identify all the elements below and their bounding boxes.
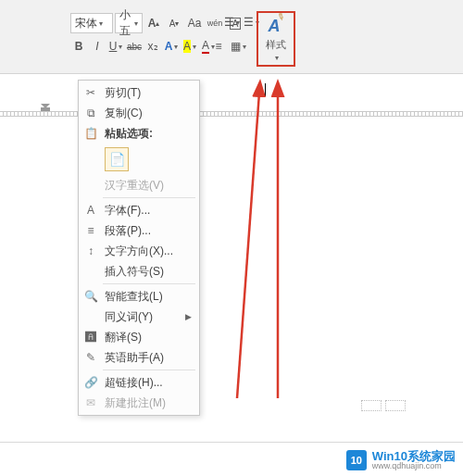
underline-button[interactable]: U▾ [107,37,124,56]
watermark-logo-text: 10 [351,455,362,466]
numbering-icon: ☰ [244,16,254,29]
menu-cut-label: 剪切(T) [105,85,192,101]
assistant-icon: ✎ [82,351,99,364]
watermark: 10 Win10系统家园 www.qdhuajin.com [346,450,456,470]
menu-insert-symbol[interactable]: 插入符号(S) [79,261,199,282]
font-group-row1: 宋体▾ 小五▾ A▴ A▾ Aa wén A [70,13,244,33]
context-menu: ✂ 剪切(T) ⧉ 复制(C) 📋 粘贴选项: 📄 汉字重选(V) A 字体(F… [78,80,200,416]
menu-separator [103,283,195,284]
ruby-button[interactable]: wén [206,14,224,32]
styles-label: 样式 [266,38,286,52]
chevron-down-icon: ▾ [174,43,178,51]
search-icon: 🔍 [82,290,99,303]
bullets-button[interactable]: ☰▾ [222,13,241,31]
menu-paste-options: 📋 粘贴选项: [79,123,199,144]
highlight-icon: A [183,40,191,53]
menu-new-comment: ✉ 新建批注(M) [79,393,199,413]
text-cursor [265,83,266,96]
page-bottom-edge [0,442,463,443]
link-icon: 🔗 [82,376,99,389]
clipboard-icon: 📄 [109,152,125,167]
menu-direction-label: 文字方向(X)... [105,244,192,259]
paste-icon: 📋 [82,127,99,140]
chevron-down-icon: ▾ [99,19,103,28]
menu-synonyms-label: 同义词(Y) [105,309,180,325]
font-group-row2: B I U▾ abc x₂ A▾ A▾ A▾ [70,37,217,56]
chevron-down-icon: ▾ [134,19,138,28]
bullets-icon: ☰ [224,16,234,29]
sub-sup-button[interactable]: x₂ [144,37,161,56]
grow-font-icon: A [148,17,156,30]
copy-icon: ⧉ [82,106,99,119]
menu-ime-label: 汉字重选(V) [105,178,192,194]
menu-translate[interactable]: 🅰 翻译(S) [79,327,199,347]
shading-button[interactable]: ▦▾ [229,37,247,56]
menu-hyperlink-label: 超链接(H)... [105,375,192,391]
text-effects-button[interactable]: A▾ [163,37,180,56]
font-name-value: 宋体 [75,16,97,31]
ruby-icon: wén [207,19,223,28]
font-size-select[interactable]: 小五▾ [115,13,143,33]
paragraph-row1: ☰▾ ☰▾ [222,13,260,31]
menu-smart-lookup-label: 智能查找(L) [105,289,192,305]
text-effects-icon: A [165,40,173,53]
menu-paragraph[interactable]: ≡ 段落(P)... [79,220,199,241]
menu-symbol-label: 插入符号(S) [105,264,192,280]
italic-icon: I [95,40,98,53]
shading-icon: ▦ [231,40,241,53]
underline-icon: U [109,40,118,53]
menu-text-direction[interactable]: ↕ 文字方向(X)... [79,241,199,261]
grow-font-button[interactable]: A▴ [144,14,163,32]
svg-line-0 [237,93,259,398]
menu-separator [103,197,195,198]
paragraph-row2: ≡ ▦▾ [209,37,247,56]
menu-comment-label: 新建批注(M) [105,395,192,411]
paste-options-row: 📄 [79,144,199,175]
font-size-value: 小五 [119,7,132,39]
highlight-button[interactable]: A▾ [181,37,198,56]
menu-paragraph-label: 段落(P)... [105,223,192,239]
bold-button[interactable]: B [70,37,87,56]
font-name-select[interactable]: 宋体▾ [70,13,113,33]
menu-translate-label: 翻译(S) [105,330,192,345]
menu-english-assistant[interactable]: ✎ 英语助手(A) [79,347,199,368]
paragraph-icon: ≡ [82,224,99,237]
direction-icon: ↕ [82,244,99,257]
change-case-icon: Aa [188,17,202,30]
menu-synonyms[interactable]: 同义词(Y) ▶ [79,307,199,327]
strike-button[interactable]: abc [126,37,143,56]
subscript-icon: x₂ [148,40,158,53]
menu-copy[interactable]: ⧉ 复制(C) [79,103,199,123]
menu-hyperlink[interactable]: 🔗 超链接(H)... [79,372,199,393]
font-color-icon: A [202,39,209,54]
comment-icon: ✉ [82,396,99,409]
styles-button[interactable]: A ✎ 样式 ▾ [257,11,295,67]
bold-icon: B [75,40,83,53]
change-case-button[interactable]: Aa [185,14,204,32]
watermark-logo: 10 [346,450,367,470]
chevron-down-icon: ▾ [243,43,246,51]
menu-font-label: 字体(F)... [105,203,192,219]
menu-copy-label: 复制(C) [105,106,192,121]
align-button[interactable]: ≡ [209,37,228,56]
menu-cut[interactable]: ✂ 剪切(T) [79,82,199,103]
watermark-line2: www.qdhuajin.com [372,462,456,470]
menu-ime-reconvert: 汉字重选(V) [79,175,199,195]
font-icon: A [82,204,99,217]
chevron-down-icon: ▾ [275,54,279,62]
chevron-down-icon: ▾ [236,19,240,27]
chevron-right-icon: ▶ [185,312,192,321]
ruler[interactable] [0,111,463,117]
menu-paste-label: 粘贴选项: [105,126,192,142]
menu-separator [103,370,195,370]
shrink-font-button[interactable]: A▾ [165,14,183,32]
menu-font[interactable]: A 字体(F)... [79,200,199,220]
section-break-mark [361,400,407,411]
paste-keep-source-button[interactable]: 📄 [105,147,129,171]
italic-button[interactable]: I [89,37,106,56]
menu-smart-lookup[interactable]: 🔍 智能查找(L) [79,286,199,307]
translate-icon: 🅰 [82,331,99,344]
shrink-font-icon: A [169,19,176,29]
menu-english-label: 英语助手(A) [105,350,192,366]
chevron-down-icon: ▾ [119,43,122,51]
